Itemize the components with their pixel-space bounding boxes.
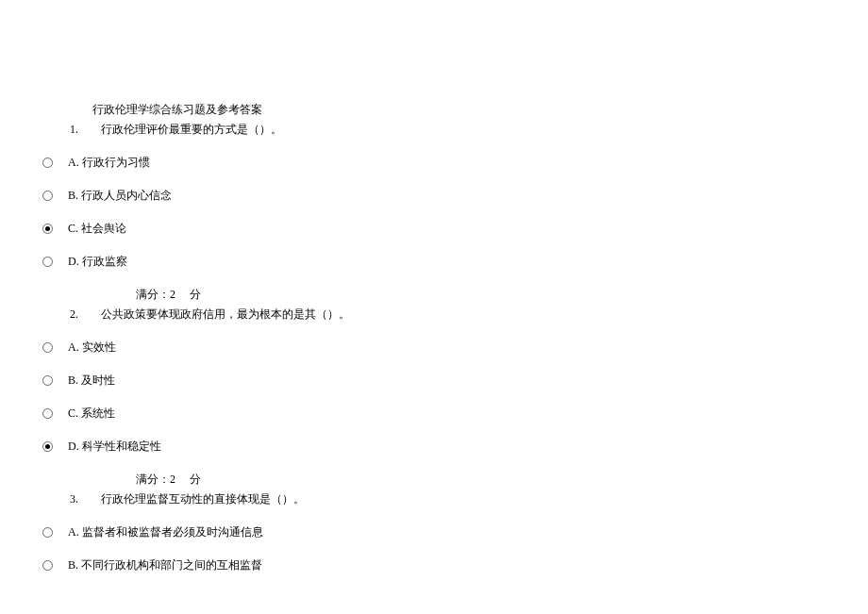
question-1-number: 1.: [70, 123, 98, 137]
document-title: 行政伦理学综合练习题及参考答案: [92, 102, 868, 118]
question-2-option-c[interactable]: C. 系统性: [42, 406, 868, 422]
question-3-text: 行政伦理监督互动性的直接体现是（）。: [101, 492, 305, 506]
option-label: A. 行政行为习惯: [68, 155, 150, 171]
option-label: A. 实效性: [68, 340, 116, 356]
question-3-option-b[interactable]: B. 不同行政机构和部门之间的互相监督: [42, 557, 868, 573]
radio-icon: [42, 158, 53, 168]
question-2-option-a[interactable]: A. 实效性: [42, 340, 868, 356]
question-3-option-a[interactable]: A. 监督者和被监督者必须及时沟通信息: [42, 524, 868, 540]
question-1-option-c[interactable]: C. 社会舆论: [42, 221, 868, 237]
question-1-option-a[interactable]: A. 行政行为习惯: [42, 155, 868, 171]
radio-icon: [42, 560, 53, 571]
radio-icon: [42, 342, 53, 353]
option-label: D. 行政监察: [68, 254, 127, 270]
question-1-option-b[interactable]: B. 行政人员内心信念: [42, 188, 868, 204]
question-1-stem: 1. 行政伦理评价最重要的方式是（）。: [70, 122, 868, 138]
option-label: C. 社会舆论: [68, 221, 126, 237]
question-1-text: 行政伦理评价最重要的方式是（）。: [101, 123, 282, 136]
radio-icon: [42, 408, 53, 419]
option-label: C. 系统性: [68, 406, 115, 422]
question-1-score: 满分：2 分: [136, 287, 868, 303]
radio-icon: [42, 257, 53, 267]
question-2-number: 2.: [70, 307, 98, 322]
radio-icon-selected: [42, 441, 53, 452]
radio-icon-selected: [42, 224, 53, 234]
question-2-score: 满分：2 分: [136, 472, 868, 488]
question-2-text: 公共政策要体现政府信用，最为根本的是其（）。: [101, 307, 350, 321]
option-label: B. 行政人员内心信念: [68, 188, 172, 204]
question-3-number: 3.: [70, 492, 98, 506]
option-label: B. 及时性: [68, 373, 115, 389]
option-label: A. 监督者和被监督者必须及时沟通信息: [68, 524, 263, 540]
option-label: D. 科学性和稳定性: [68, 439, 161, 455]
radio-icon: [42, 375, 53, 386]
option-label: B. 不同行政机构和部门之间的互相监督: [68, 557, 262, 573]
question-2-option-d[interactable]: D. 科学性和稳定性: [42, 439, 868, 455]
question-3-stem: 3. 行政伦理监督互动性的直接体现是（）。: [70, 491, 868, 507]
question-2-option-b[interactable]: B. 及时性: [42, 373, 868, 389]
question-1-option-d[interactable]: D. 行政监察: [42, 254, 868, 270]
radio-icon: [42, 191, 53, 201]
radio-icon: [42, 527, 53, 538]
question-2-stem: 2. 公共政策要体现政府信用，最为根本的是其（）。: [70, 307, 868, 323]
